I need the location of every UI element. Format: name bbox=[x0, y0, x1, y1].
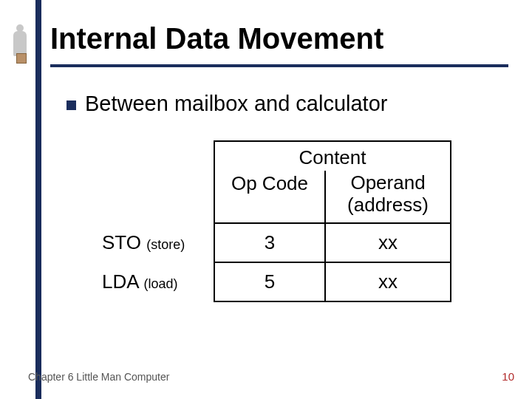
opcode-cell: 5 bbox=[214, 262, 325, 301]
box-icon bbox=[16, 53, 27, 64]
bullet-square-icon bbox=[66, 100, 76, 110]
footer-page-number: 10 bbox=[502, 370, 514, 383]
empty-cell bbox=[96, 141, 214, 171]
instruction-table: Content Op Code Operand (address) STO (s… bbox=[96, 140, 451, 302]
title-underline bbox=[50, 64, 508, 67]
content-header: Content bbox=[214, 141, 451, 171]
footer-chapter: Chapter 6 Little Man Computer bbox=[28, 371, 169, 383]
mnemonic-cell: STO (store) bbox=[96, 223, 214, 262]
table-row: LDA (load) 5 xx bbox=[96, 262, 451, 301]
mnemonic-meaning: (load) bbox=[143, 276, 177, 291]
operand-cell: xx bbox=[325, 223, 451, 262]
table-row: STO (store) 3 xx bbox=[96, 223, 451, 262]
slide: Internal Data Movement Between mailbox a… bbox=[0, 0, 532, 399]
person-icon bbox=[13, 31, 27, 56]
mnemonic: LDA bbox=[102, 270, 138, 293]
operand-header-line2: (address) bbox=[347, 194, 429, 216]
bullet-item: Between mailbox and calculator bbox=[66, 92, 387, 116]
operand-header-line1: Operand bbox=[350, 171, 425, 194]
opcode-cell: 3 bbox=[214, 223, 325, 262]
vertical-accent-bar bbox=[35, 0, 41, 399]
mnemonic-cell: LDA (load) bbox=[96, 262, 214, 301]
operand-cell: xx bbox=[325, 262, 451, 301]
mnemonic: STO bbox=[102, 231, 141, 253]
decorative-icon bbox=[9, 31, 31, 66]
empty-cell bbox=[96, 171, 214, 223]
bullet-text: Between mailbox and calculator bbox=[85, 92, 387, 116]
opcode-header: Op Code bbox=[214, 171, 325, 223]
slide-title: Internal Data Movement bbox=[50, 22, 383, 55]
operand-header: Operand (address) bbox=[325, 171, 451, 223]
mnemonic-meaning: (store) bbox=[146, 237, 185, 252]
